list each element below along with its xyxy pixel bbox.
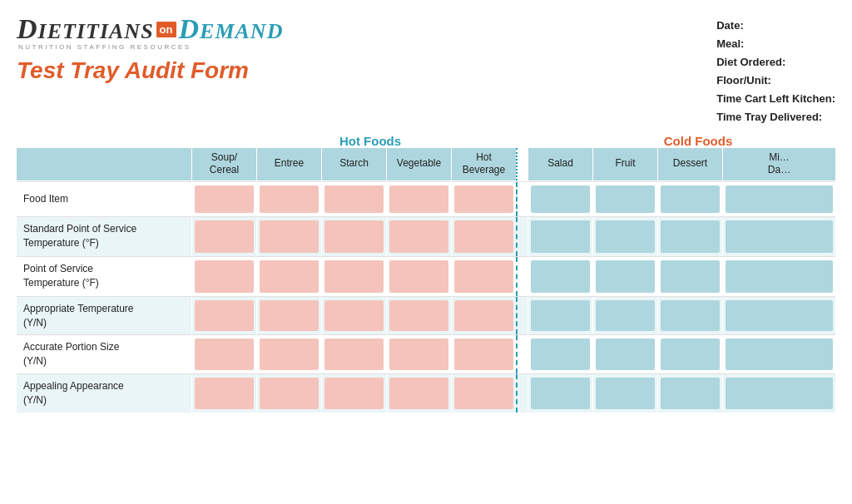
cell-portion-hot-bev[interactable]: [451, 335, 516, 373]
info-fields: Date: Meal: Diet Ordered: Floor/Unit: Ti…: [716, 17, 835, 127]
cell-pos-temp-entree[interactable]: [256, 257, 321, 296]
cell-appeal-entree[interactable]: [256, 374, 321, 413]
cell-pos-temp-starch[interactable]: [321, 257, 386, 296]
row-accurate-portion: Accurate Portion Size(Y/N): [17, 334, 835, 373]
cell-appeal-starch[interactable]: [321, 374, 386, 413]
category-header-row: Hot Foods Cold Foods: [17, 134, 835, 148]
cell-std-temp-salad[interactable]: [528, 217, 592, 256]
cell-std-temp-hot-bev[interactable]: [451, 217, 516, 256]
cell-app-temp-fruit[interactable]: [592, 297, 657, 335]
cell-pos-temp-dessert[interactable]: [657, 257, 722, 296]
cell-portion-milk[interactable]: [722, 335, 835, 373]
row-appealing-appearance: Appealing Appearance(Y/N): [17, 373, 835, 413]
cell-app-temp-milk[interactable]: [722, 297, 835, 335]
col-header-entree: Entree: [256, 148, 321, 180]
cell-food-item-milk[interactable]: [722, 182, 835, 216]
cell-std-temp-starch[interactable]: [321, 217, 386, 256]
col-divider: [516, 148, 528, 180]
cell-std-temp-dessert[interactable]: [657, 217, 722, 256]
cell-app-temp-dessert[interactable]: [657, 297, 722, 335]
cell-app-temp-salad[interactable]: [528, 297, 592, 335]
page: DIETITIANS on DEMAND Nutrition Staffing …: [0, 0, 852, 504]
cell-appeal-milk[interactable]: [722, 374, 835, 413]
row-divider-portion: [516, 335, 528, 373]
cell-std-temp-entree[interactable]: [256, 217, 321, 256]
row-divider-food-item: [516, 182, 528, 216]
row-appropriate-temp: Appropriate Temperature(Y/N): [17, 296, 835, 335]
cell-food-item-starch[interactable]: [321, 182, 386, 216]
header: DIETITIANS on DEMAND Nutrition Staffing …: [17, 13, 835, 127]
cell-food-item-hot-bev[interactable]: [451, 182, 516, 216]
cell-food-item-fruit[interactable]: [592, 182, 657, 216]
row-divider-std-temp: [516, 217, 528, 256]
cell-pos-temp-fruit[interactable]: [592, 257, 657, 296]
cell-portion-vegetable[interactable]: [386, 335, 451, 373]
cell-app-temp-soup[interactable]: [191, 297, 256, 335]
logo-dietitians: DIETITIANS: [17, 13, 154, 45]
col-header-soup: Soup/Cereal: [191, 148, 256, 180]
cell-pos-temp-vegetable[interactable]: [386, 257, 451, 296]
cell-appeal-fruit[interactable]: [592, 374, 657, 413]
cell-pos-temp-soup[interactable]: [191, 257, 256, 296]
cell-appeal-vegetable[interactable]: [386, 374, 451, 413]
cell-food-item-dessert[interactable]: [657, 182, 722, 216]
cell-appeal-hot-bev[interactable]: [451, 374, 516, 413]
hot-foods-header: Hot Foods: [191, 134, 549, 148]
cell-pos-temp-salad[interactable]: [528, 257, 592, 296]
cell-appeal-salad[interactable]: [528, 374, 592, 413]
label-appealing-appearance: Appealing Appearance(Y/N): [17, 374, 191, 413]
cell-pos-temp-hot-bev[interactable]: [451, 257, 516, 296]
col-header-vegetable: Vegetable: [386, 148, 451, 180]
field-date: Date:: [716, 17, 835, 35]
cell-std-temp-fruit[interactable]: [592, 217, 657, 256]
col-header-empty: [17, 148, 191, 180]
cell-pos-temp-milk[interactable]: [722, 257, 835, 296]
col-header-milk-dairy: Mi…Da…: [722, 148, 835, 180]
row-pos-temp: Point of ServiceTemperature (°F): [17, 256, 835, 296]
cell-portion-soup[interactable]: [191, 335, 256, 373]
cell-portion-entree[interactable]: [256, 335, 321, 373]
cell-portion-fruit[interactable]: [592, 335, 657, 373]
logo: DIETITIANS on DEMAND: [17, 13, 283, 45]
cell-appeal-soup[interactable]: [191, 374, 256, 413]
cell-portion-starch[interactable]: [321, 335, 386, 373]
logo-on-badge: on: [156, 22, 176, 37]
cell-app-temp-vegetable[interactable]: [386, 297, 451, 335]
label-standard-pos-temp: Standard Point of ServiceTemperature (°F…: [17, 217, 191, 256]
col-header-starch: Starch: [321, 148, 386, 180]
field-floor-unit: Floor/Unit:: [716, 72, 835, 90]
logo-demand: DEMAND: [179, 13, 284, 45]
cell-food-item-entree[interactable]: [256, 182, 321, 216]
cell-food-item-vegetable[interactable]: [386, 182, 451, 216]
label-pos-temp: Point of ServiceTemperature (°F): [17, 257, 191, 296]
field-diet-ordered: Diet Ordered:: [716, 53, 835, 72]
form-title: Test Tray Audit Form: [17, 57, 249, 84]
col-header-dessert: Dessert: [657, 148, 722, 180]
cell-food-item-salad[interactable]: [528, 182, 592, 216]
cold-foods-header: Cold Foods: [561, 134, 835, 148]
field-meal: Meal:: [716, 35, 835, 53]
row-standard-pos-temp: Standard Point of ServiceTemperature (°F…: [17, 216, 835, 256]
cell-std-temp-soup[interactable]: [191, 217, 256, 256]
table-section: Hot Foods Cold Foods Soup/Cereal Entree …: [17, 134, 835, 413]
cell-std-temp-vegetable[interactable]: [386, 217, 451, 256]
cell-appeal-dessert[interactable]: [657, 374, 722, 413]
cell-portion-salad[interactable]: [528, 335, 592, 373]
label-accurate-portion: Accurate Portion Size(Y/N): [17, 335, 191, 373]
row-food-item: Food Item: [17, 181, 835, 216]
cell-std-temp-milk[interactable]: [722, 217, 835, 256]
label-food-item: Food Item: [17, 182, 191, 216]
cell-food-item-soup[interactable]: [191, 182, 256, 216]
cell-portion-dessert[interactable]: [657, 335, 722, 373]
logo-subtitle: Nutrition Staffing Resources: [18, 43, 191, 51]
col-header-hot-beverage: HotBeverage: [451, 148, 516, 180]
column-header-row: Soup/Cereal Entree Starch Vegetable HotB…: [17, 148, 835, 181]
col-header-salad: Salad: [528, 148, 592, 180]
cell-app-temp-hot-bev[interactable]: [451, 297, 516, 335]
label-appropriate-temp: Appropriate Temperature(Y/N): [17, 297, 191, 335]
cell-app-temp-entree[interactable]: [256, 297, 321, 335]
field-time-cart: Time Cart Left Kitchen:: [716, 90, 835, 108]
row-divider-appeal: [516, 374, 528, 413]
field-time-tray: Time Tray Delivered:: [716, 108, 835, 126]
cell-app-temp-starch[interactable]: [321, 297, 386, 335]
